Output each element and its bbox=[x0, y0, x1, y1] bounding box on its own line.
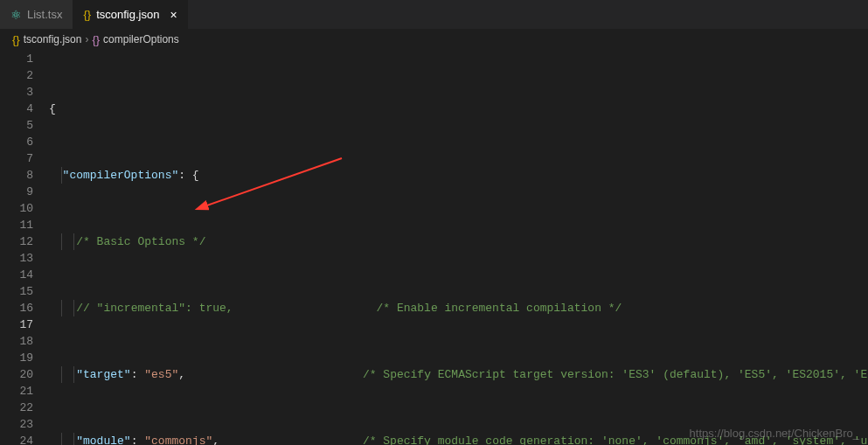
braces-icon: {} bbox=[12, 33, 20, 46]
line-number: 6 bbox=[0, 134, 33, 150]
annotation-arrow-icon bbox=[189, 149, 355, 219]
line-number: 19 bbox=[0, 350, 33, 366]
line-number-gutter: 1 2 3 4 5 6 7 8 9 10 11 12 13 14 15 16 1… bbox=[0, 49, 49, 445]
line-number: 9 bbox=[0, 184, 33, 200]
tab-bar: ⚛ List.tsx {} tsconfig.json × bbox=[0, 0, 868, 30]
line-number: 24 bbox=[0, 433, 33, 445]
code-line[interactable]: // "incremental": true, /* Enable increm… bbox=[49, 300, 868, 316]
line-number: 16 bbox=[0, 300, 33, 316]
line-number: 21 bbox=[0, 383, 33, 400]
line-number: 3 bbox=[0, 84, 33, 101]
code-line[interactable]: "compilerOptions": { bbox=[49, 167, 868, 184]
line-number: 15 bbox=[0, 283, 33, 300]
line-number: 5 bbox=[0, 117, 33, 134]
react-icon: ⚛ bbox=[10, 8, 22, 22]
tab-tsconfig[interactable]: {} tsconfig.json × bbox=[73, 0, 187, 29]
braces-icon: {} bbox=[92, 33, 100, 46]
editor[interactable]: 1 2 3 4 5 6 7 8 9 10 11 12 13 14 15 16 1… bbox=[0, 49, 868, 445]
tab-list-tsx[interactable]: ⚛ List.tsx bbox=[0, 0, 73, 29]
line-number: 17 bbox=[0, 316, 33, 333]
code-line[interactable]: /* Basic Options */ bbox=[49, 233, 868, 250]
tab-label: tsconfig.json bbox=[96, 8, 159, 21]
chevron-right-icon: › bbox=[85, 33, 88, 45]
code-line[interactable]: "target": "es5", /* Specify ECMAScript t… bbox=[49, 366, 868, 383]
line-number: 11 bbox=[0, 217, 33, 233]
code-line[interactable]: "module": "commonjs", /* Specify module … bbox=[49, 433, 868, 445]
line-number: 20 bbox=[0, 366, 33, 383]
breadcrumb-symbol[interactable]: compilerOptions bbox=[103, 33, 179, 45]
code-area[interactable]: { "compilerOptions": { /* Basic Options … bbox=[49, 49, 868, 445]
line-number: 13 bbox=[0, 250, 33, 267]
line-number: 10 bbox=[0, 200, 33, 217]
line-number: 4 bbox=[0, 101, 33, 117]
line-number: 22 bbox=[0, 400, 33, 416]
line-number: 2 bbox=[0, 67, 33, 84]
breadcrumb: {} tsconfig.json › {} compilerOptions bbox=[0, 30, 868, 49]
line-number: 1 bbox=[0, 51, 33, 67]
code-line[interactable]: { bbox=[49, 101, 868, 117]
line-number: 12 bbox=[0, 233, 33, 250]
line-number: 18 bbox=[0, 333, 33, 350]
breadcrumb-file[interactable]: tsconfig.json bbox=[24, 33, 82, 45]
line-number: 7 bbox=[0, 150, 33, 167]
braces-icon: {} bbox=[83, 8, 91, 21]
line-number: 8 bbox=[0, 167, 33, 184]
tab-label: List.tsx bbox=[27, 8, 62, 21]
line-number: 23 bbox=[0, 416, 33, 433]
close-icon[interactable]: × bbox=[170, 8, 177, 22]
line-number: 14 bbox=[0, 267, 33, 283]
